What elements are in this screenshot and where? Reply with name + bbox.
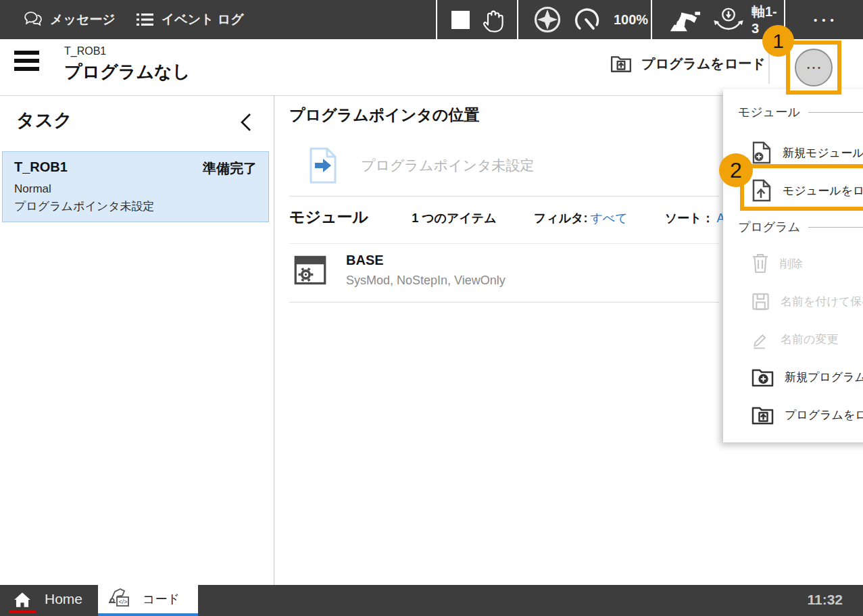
home-active-underline [9,611,36,613]
pointer-section-title: プログラムポインタの位置 [289,105,479,126]
save-icon [751,292,770,311]
page-title: プログラムなし [64,60,190,84]
messages-label: メッセージ [50,11,116,28]
pencil-icon [751,330,770,349]
folder-upload-icon [751,405,774,425]
svg-text:</>: </> [119,598,128,605]
menu-item-label: 削除 [780,256,803,272]
menu-item-delete: 削除 [751,245,803,282]
clock: 11:32 [807,592,843,608]
menu-item-label: 新規モジュール [783,145,863,161]
sort-label: ソート： [665,210,714,226]
app-header: T_ROB1 プログラムなし プログラムをロード ••• [0,39,863,96]
folder-upload-icon [610,54,632,73]
task-panel-title: タスク [16,108,72,132]
task-panel: タスク T_ROB1 準備完了 Normal プログラムポインタ未設定 [0,96,274,585]
pointer-empty-text: プログラムポインタ未設定 [361,156,534,175]
header-separator [768,51,770,84]
hamburger-menu-button[interactable] [14,51,39,75]
module-list-item-base[interactable]: BASE SysMod, NoStepIn, ViewOnly [293,253,506,288]
menu-section-program: プログラム [738,219,863,235]
code-tab-label: コード [143,591,180,607]
stopped-icon [451,11,470,29]
menu-section-module: モジュール [738,104,863,120]
manual-mode-hand-icon [480,6,512,33]
load-program-button[interactable]: プログラムをロード [610,54,766,73]
program-pointer-doc-icon [307,147,339,184]
module-name: BASE [346,253,506,268]
menu-item-label: プログラムをロード [785,407,863,423]
menu-item-save-as: 名前を付けて保存 [751,282,863,320]
folder-plus-icon [751,367,774,387]
header-task-name: T_ROB1 [64,45,106,57]
divider [289,243,719,244]
module-attributes: SysMod, NoStepIn, ViewOnly [346,274,506,288]
trash-icon [751,253,769,274]
load-program-label: プログラムをロード [641,55,766,73]
menu-item-new-program[interactable]: 新規プログラム [751,358,863,396]
status-bar: メッセージ イベント ログ [0,0,863,39]
speed-value: 100% [614,12,648,28]
menu-section-module-label: モジュール [738,104,800,120]
robot-code-icon: </> [107,587,134,611]
menu-section-program-label: プログラム [738,219,800,235]
callout-box-step2 [740,164,863,211]
modules-count: 1 つのアイテム [412,210,497,226]
filter-label: フィルタ: [534,210,588,226]
home-button[interactable]: Home [45,591,82,607]
event-log-button[interactable]: イベント ログ [136,11,244,28]
module-window-gear-icon [293,253,327,287]
event-log-label: イベント ログ [162,11,244,28]
motors-off-icon [533,5,562,34]
doc-plus-icon [751,141,772,164]
menu-item-label: 名前を付けて保存 [781,294,863,309]
home-icon[interactable] [13,591,32,609]
robot-arm-icon [668,6,701,33]
modules-header: モジュール 1 つのアイテム フィルタ: すべて ソート： A ～ Z [289,207,751,228]
callout-number-2: 2 [719,153,753,187]
code-tab[interactable]: </> コード [98,585,198,616]
run-state-section[interactable] [436,0,517,39]
list-icon [136,11,154,28]
divider [289,196,719,197]
program-pointer-row: プログラムポインタ未設定 [307,147,534,184]
task-name: T_ROB1 [14,159,68,178]
callout-box-step1 [786,41,841,95]
filter-value-link[interactable]: すべて [590,210,627,226]
code-context-menu: モジュール 新規モジュール モジュールをロード [723,89,863,442]
menu-item-label: 新規プログラム [785,369,863,385]
jog-axes-icon [712,5,745,34]
menu-item-rename: 名前の変更 [751,320,838,358]
speedometer-icon [574,7,601,32]
task-mode: Normal [14,182,257,196]
menu-item-load-program[interactable]: プログラムをロード [751,396,863,434]
messages-button[interactable]: メッセージ [24,11,116,28]
chat-icon [24,11,43,28]
task-card-t-rob1[interactable]: T_ROB1 準備完了 Normal プログラムポインタ未設定 [2,151,269,222]
ellipsis-icon: ••• [810,14,839,26]
taskbar: Home </> コード 11:32 [0,585,863,616]
collapse-panel-button[interactable] [238,112,254,132]
task-status-badge: 準備完了 [203,159,257,178]
divider [289,302,719,303]
flexpendant-screen: メッセージ イベント ログ [0,0,863,616]
callout-number-1: 1 [762,25,794,57]
section-rule [808,112,863,113]
section-rule [808,227,863,228]
menu-item-label: 名前の変更 [781,332,838,347]
quickset-more-button[interactable]: ••• [784,0,863,39]
motor-speed-section[interactable]: 100% [517,0,651,39]
task-pointer-status: プログラムポインタ未設定 [14,199,257,214]
modules-title: モジュール [289,207,368,228]
